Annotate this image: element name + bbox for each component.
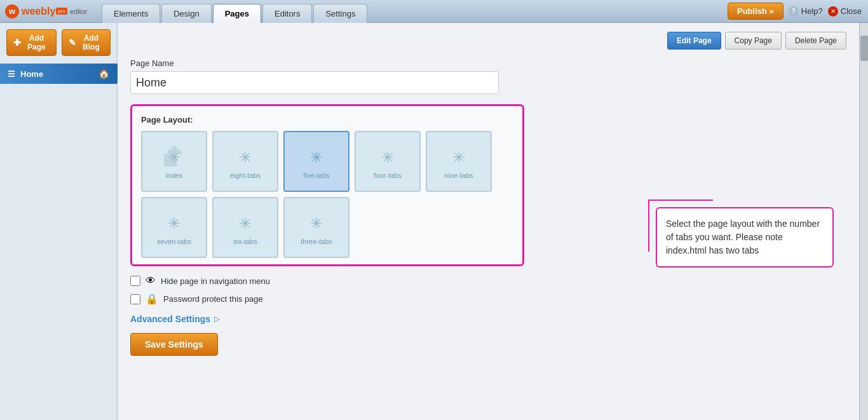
- password-protect-checkbox[interactable]: [130, 294, 140, 304]
- svg-text:✳: ✳: [168, 149, 180, 166]
- scrollbar[interactable]: [859, 23, 868, 420]
- sidebar-item-home[interactable]: ☰ Home 🏠: [0, 64, 117, 84]
- lock-icon: 🔒: [146, 293, 158, 305]
- publish-button[interactable]: Publish »: [728, 3, 783, 20]
- logo-text: weebly: [22, 6, 55, 17]
- callout-box: Select the page layout with the number o…: [656, 207, 834, 268]
- add-page-button[interactable]: ✚ Add Page: [6, 29, 57, 56]
- layout-index-label: index: [166, 172, 182, 179]
- layout-four-tabs[interactable]: ✳ four-tabs: [355, 131, 421, 192]
- layout-seven-tabs-label: seven-tabs: [157, 238, 191, 245]
- tab-elements[interactable]: Elements: [102, 4, 160, 23]
- layout-grid: ✳ index ✳ eight-tabs ✳ five: [141, 131, 513, 258]
- add-blog-label: Add Blog: [79, 34, 104, 51]
- page-layout-label: Page Layout:: [141, 115, 513, 125]
- close-icon: ✕: [828, 6, 838, 17]
- svg-text:✳: ✳: [168, 215, 180, 232]
- top-navigation: w weebly pro editor Elements Design Page…: [0, 0, 868, 23]
- menu-icon: ☰: [8, 69, 15, 79]
- delete-page-button[interactable]: Delete Page: [785, 32, 846, 50]
- checkboxes-section: 👁 Hide page in navigation menu 🔒 Passwor…: [130, 275, 846, 305]
- add-blog-icon: ✎: [69, 37, 76, 48]
- add-page-label: Add Page: [24, 34, 50, 51]
- svg-text:✳: ✳: [452, 149, 465, 166]
- layout-four-tabs-label: four-tabs: [374, 172, 401, 179]
- tab-pages[interactable]: Pages: [213, 4, 261, 23]
- page-name-section: Page Name: [130, 58, 846, 94]
- tab-settings[interactable]: Settings: [313, 4, 367, 23]
- puzzle-icon-seven-tabs: ✳: [161, 210, 187, 235]
- layout-three-tabs-label: three-tabs: [301, 238, 332, 245]
- puzzle-icon-four-tabs: ✳: [375, 144, 400, 169]
- layout-five-tabs[interactable]: ✳ five-tabs: [283, 131, 349, 192]
- puzzle-icon-three-tabs: ✳: [304, 210, 329, 235]
- logo-pro-badge: pro: [56, 8, 67, 15]
- password-protect-label: Password protect this page: [163, 294, 263, 304]
- logo-editor-text: editor: [70, 8, 88, 15]
- hide-page-row: 👁 Hide page in navigation menu: [130, 275, 846, 287]
- advanced-settings-link[interactable]: Advanced Settings: [130, 314, 210, 324]
- puzzle-icon-index: ✳: [161, 144, 187, 169]
- weebly-logo-icon: w: [5, 4, 22, 18]
- page-name-input[interactable]: [130, 71, 499, 94]
- copy-page-button[interactable]: Copy Page: [725, 32, 782, 50]
- top-right-actions: Publish » ? Help? ✕ Close: [728, 3, 868, 20]
- layout-seven-tabs[interactable]: ✳ seven-tabs: [141, 197, 207, 258]
- puzzle-icon-six-tabs: ✳: [233, 210, 258, 235]
- layout-row-1: ✳ index ✳ eight-tabs ✳ five: [141, 131, 513, 192]
- sidebar: ✚ Add Page ✎ Add Blog ☰ Home 🏠: [0, 23, 118, 420]
- close-button[interactable]: ✕ Close: [828, 6, 862, 17]
- help-label: Help?: [801, 6, 823, 16]
- layout-six-tabs[interactable]: ✳ six-tabs: [212, 197, 278, 258]
- advanced-settings-row: Advanced Settings ▷: [130, 314, 846, 324]
- tab-editors[interactable]: Editors: [262, 4, 312, 23]
- help-button[interactable]: ? Help?: [789, 6, 823, 17]
- svg-text:✳: ✳: [310, 215, 323, 232]
- puzzle-icon-five-tabs: ✳: [304, 144, 329, 169]
- layout-nine-tabs-label: nine-tabs: [444, 172, 473, 179]
- svg-text:✳: ✳: [381, 149, 394, 166]
- layout-eight-tabs-label: eight-tabs: [230, 172, 261, 179]
- main-layout: ✚ Add Page ✎ Add Blog ☰ Home 🏠 Edit Page…: [0, 23, 868, 420]
- logo-area: w weebly pro editor: [0, 4, 102, 18]
- svg-text:✳: ✳: [310, 149, 323, 166]
- svg-text:✳: ✳: [239, 149, 252, 166]
- content-area: Edit Page Copy Page Delete Page Page Nam…: [118, 23, 859, 420]
- advanced-settings-arrow-icon: ▷: [214, 315, 220, 323]
- save-settings-button[interactable]: Save Settings: [130, 333, 218, 356]
- puzzle-icon-eight-tabs: ✳: [233, 144, 258, 169]
- help-icon: ?: [789, 6, 799, 17]
- page-name-sidebar: Home: [20, 69, 43, 79]
- callout-text: Select the page layout with the number o…: [666, 219, 820, 255]
- page-layout-section: Page Layout: ✳ index ✳ eight-tab: [130, 104, 524, 266]
- layout-six-tabs-label: six-tabs: [233, 238, 257, 245]
- puzzle-icon-nine-tabs: ✳: [446, 144, 471, 169]
- page-name-label: Page Name: [130, 58, 846, 68]
- layout-nine-tabs[interactable]: ✳ nine-tabs: [426, 131, 492, 192]
- hide-page-checkbox[interactable]: [130, 276, 140, 286]
- sidebar-buttons: ✚ Add Page ✎ Add Blog: [0, 29, 117, 64]
- add-blog-button[interactable]: ✎ Add Blog: [62, 29, 111, 56]
- tab-design[interactable]: Design: [161, 4, 211, 23]
- nav-tabs: Elements Design Pages Editors Settings: [102, 0, 369, 23]
- close-label: Close: [841, 6, 862, 16]
- layout-five-tabs-label: five-tabs: [303, 172, 330, 179]
- scrollbar-thumb[interactable]: [860, 36, 868, 61]
- edit-page-button[interactable]: Edit Page: [667, 32, 721, 50]
- layout-row-2: ✳ seven-tabs ✳ six-tabs ✳ t: [141, 197, 513, 258]
- hide-page-label: Hide page in navigation menu: [161, 276, 270, 286]
- layout-index[interactable]: ✳ index: [141, 131, 207, 192]
- add-page-icon: ✚: [13, 37, 21, 48]
- page-action-buttons: Edit Page Copy Page Delete Page: [130, 32, 846, 50]
- svg-text:✳: ✳: [239, 215, 252, 232]
- eye-icon: 👁: [146, 275, 156, 287]
- layout-three-tabs[interactable]: ✳ three-tabs: [283, 197, 349, 258]
- password-protect-row: 🔒 Password protect this page: [130, 293, 846, 305]
- home-icon: 🏠: [98, 69, 109, 79]
- layout-eight-tabs[interactable]: ✳ eight-tabs: [212, 131, 278, 192]
